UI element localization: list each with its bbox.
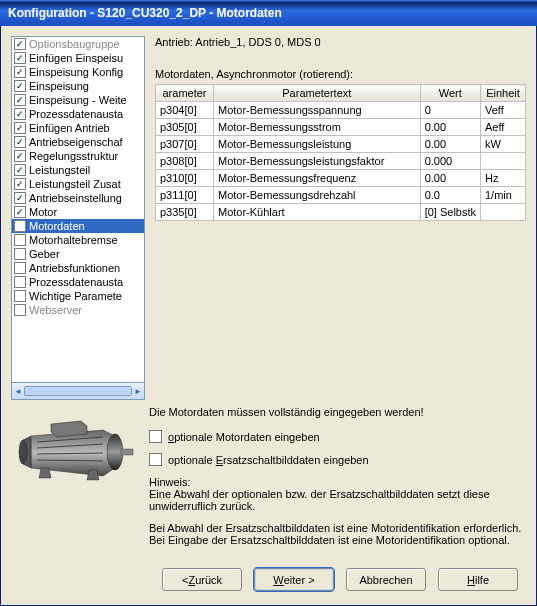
tree-item[interactable]: Einspeisung	[12, 79, 144, 93]
tree-checkbox[interactable]	[14, 164, 26, 176]
cell-wert[interactable]: 0.0	[420, 187, 480, 204]
cell-parameter[interactable]: p307[0]	[156, 136, 214, 153]
tree-item[interactable]: Einspeisung Konfig	[12, 65, 144, 79]
cell-parametertext[interactable]: Motor-Bemessungsfrequenz	[214, 170, 421, 187]
hint-text-1: Eine Abwahl der optionalen bzw. der Ersa…	[149, 488, 526, 512]
cell-parameter[interactable]: p310[0]	[156, 170, 214, 187]
cell-parameter[interactable]: p335[0]	[156, 204, 214, 221]
cell-einheit: Hz	[481, 170, 526, 187]
optional-motordaten-checkbox[interactable]	[149, 430, 162, 443]
window-title: Konfiguration - S120_CU320_2_DP - Motord…	[8, 6, 282, 20]
cell-wert[interactable]: 0.00	[420, 170, 480, 187]
optional-motordaten-label: optionale Motordaten eingeben	[168, 431, 320, 443]
tree-item[interactable]: Leistungsteil	[12, 163, 144, 177]
tree-item[interactable]: Prozessdatenausta	[12, 107, 144, 121]
tree-checkbox[interactable]	[14, 290, 26, 302]
tree-checkbox[interactable]	[14, 234, 26, 246]
optional-ersatz-row[interactable]: optionale Ersatzschaltbilddaten eingeben	[149, 453, 526, 466]
tree-item[interactable]: Regelungsstruktur	[12, 149, 144, 163]
table-row[interactable]: p305[0]Motor-Bemessungsstrom0.00Aeff	[156, 119, 526, 136]
table-row[interactable]: p310[0]Motor-Bemessungsfrequenz0.00Hz	[156, 170, 526, 187]
tree-checkbox[interactable]	[14, 178, 26, 190]
optional-motordaten-row[interactable]: optionale Motordaten eingeben	[149, 430, 526, 443]
tree-item[interactable]: Webserver	[12, 303, 144, 317]
tree-item[interactable]: Einfügen Antrieb	[12, 121, 144, 135]
cell-parameter[interactable]: p308[0]	[156, 153, 214, 170]
hint-text-2: Bei Abwahl der Ersatzschaltbilddaten ist…	[149, 522, 526, 546]
next-button[interactable]: Weiter >	[254, 568, 334, 591]
optional-ersatz-checkbox[interactable]	[149, 453, 162, 466]
back-button[interactable]: < Zurück	[162, 568, 242, 591]
col-header-wert[interactable]: Wert	[420, 85, 480, 102]
cell-parametertext[interactable]: Motor-Kühlart	[214, 204, 421, 221]
tree-checkbox[interactable]	[14, 262, 26, 274]
col-header-einheit[interactable]: Einheit	[481, 85, 526, 102]
scroll-thumb[interactable]	[24, 386, 132, 396]
cell-parameter[interactable]: p305[0]	[156, 119, 214, 136]
cell-wert[interactable]: 0.00	[420, 136, 480, 153]
tree-item[interactable]: Prozessdatenausta	[12, 275, 144, 289]
tree-checkbox[interactable]	[14, 80, 26, 92]
table-row[interactable]: p311[0]Motor-Bemessungsdrehzahl0.01/min	[156, 187, 526, 204]
tree-item-label: Motordaten	[29, 220, 85, 232]
tree-checkbox[interactable]	[14, 304, 26, 316]
tree-checkbox[interactable]	[14, 150, 26, 162]
cell-wert[interactable]: 0.00	[420, 119, 480, 136]
cell-parametertext[interactable]: Motor-Bemessungsleistung	[214, 136, 421, 153]
cell-einheit: Veff	[481, 102, 526, 119]
tree-checkbox[interactable]	[14, 94, 26, 106]
tree-item[interactable]: Motorhaltebremse	[12, 233, 144, 247]
hint-panel: Die Motordaten müssen vollständig eingeg…	[149, 406, 526, 556]
tree-item[interactable]: Geber	[12, 247, 144, 261]
table-row[interactable]: p304[0]Motor-Bemessungsspannung0Veff	[156, 102, 526, 119]
svg-point-0	[107, 434, 123, 470]
tree-item[interactable]: Motordaten	[12, 219, 144, 233]
window-titlebar: Konfiguration - S120_CU320_2_DP - Motord…	[0, 0, 537, 26]
tree-checkbox[interactable]	[14, 276, 26, 288]
tree-checkbox[interactable]	[14, 108, 26, 120]
tree-checkbox[interactable]	[14, 66, 26, 78]
tree-checkbox[interactable]	[14, 206, 26, 218]
tree-item[interactable]: Optionsbaugruppe	[12, 37, 144, 51]
table-row[interactable]: p308[0]Motor-Bemessungsleistungsfaktor0.…	[156, 153, 526, 170]
cell-parameter[interactable]: p311[0]	[156, 187, 214, 204]
tree-item-label: Geber	[29, 248, 60, 260]
cell-parameter[interactable]: p304[0]	[156, 102, 214, 119]
tree-checkbox[interactable]	[14, 136, 26, 148]
cell-parametertext[interactable]: Motor-Bemessungsspannung	[214, 102, 421, 119]
tree-item[interactable]: Einspeisung - Weite	[12, 93, 144, 107]
cell-wert[interactable]: 0	[420, 102, 480, 119]
cell-parametertext[interactable]: Motor-Bemessungsstrom	[214, 119, 421, 136]
tree-checkbox[interactable]	[14, 122, 26, 134]
col-header-parameter[interactable]: arameter	[156, 85, 214, 102]
cancel-button[interactable]: Abbrechen	[346, 568, 426, 591]
tree-checkbox[interactable]	[14, 248, 26, 260]
tree-horizontal-scrollbar[interactable]: ◄ ►	[11, 383, 145, 400]
config-steps-tree[interactable]: OptionsbaugruppeEinfügen EinspeisuEinspe…	[11, 36, 145, 383]
motor-data-table[interactable]: arameter Parametertext Wert Einheit p304…	[155, 84, 526, 221]
scroll-right-icon[interactable]: ►	[134, 387, 142, 396]
tree-checkbox[interactable]	[14, 192, 26, 204]
tree-checkbox[interactable]	[14, 220, 26, 232]
tree-item-label: Antriebseigenschaf	[29, 136, 123, 148]
tree-checkbox[interactable]	[14, 38, 26, 50]
cell-wert[interactable]: 0.000	[420, 153, 480, 170]
col-header-parametertext[interactable]: Parametertext	[214, 85, 421, 102]
tree-item[interactable]: Einfügen Einspeisu	[12, 51, 144, 65]
tree-item[interactable]: Antriebsfunktionen	[12, 261, 144, 275]
tree-checkbox[interactable]	[14, 52, 26, 64]
tree-item[interactable]: Motor	[12, 205, 144, 219]
table-row[interactable]: p307[0]Motor-Bemessungsleistung0.00kW	[156, 136, 526, 153]
tree-item-label: Wichtige Paramete	[29, 290, 122, 302]
help-button[interactable]: Hilfe	[438, 568, 518, 591]
cell-wert[interactable]: [0] Selbstk	[420, 204, 480, 221]
table-row[interactable]: p335[0]Motor-Kühlart[0] Selbstk	[156, 204, 526, 221]
tree-item[interactable]: Antriebseigenschaf	[12, 135, 144, 149]
tree-item[interactable]: Leistungsteil Zusat	[12, 177, 144, 191]
tree-item[interactable]: Antriebseinstellung	[12, 191, 144, 205]
scroll-left-icon[interactable]: ◄	[14, 387, 22, 396]
tree-item[interactable]: Wichtige Paramete	[12, 289, 144, 303]
cell-parametertext[interactable]: Motor-Bemessungsdrehzahl	[214, 187, 421, 204]
cell-parametertext[interactable]: Motor-Bemessungsleistungsfaktor	[214, 153, 421, 170]
tree-item-label: Motor	[29, 206, 57, 218]
